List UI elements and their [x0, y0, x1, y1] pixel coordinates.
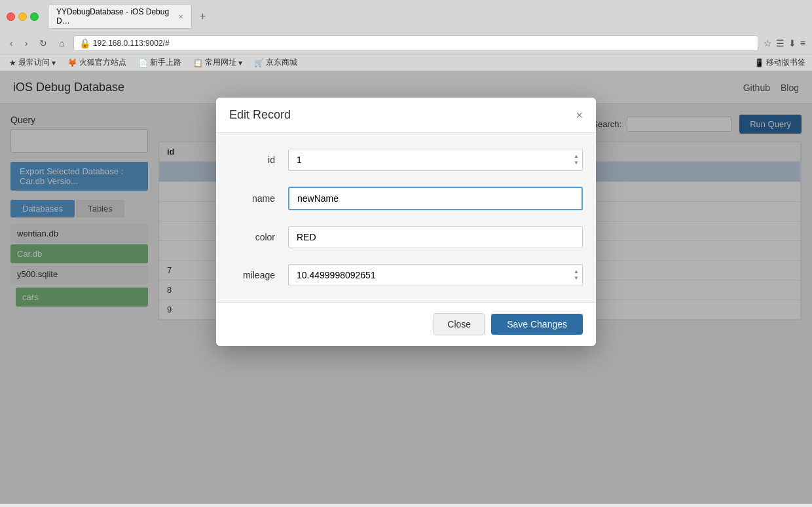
mobile-label: 移动版书签 — [766, 57, 805, 68]
field-label-id: id — [229, 155, 288, 165]
field-id-wrapper[interactable]: ▲ ▼ — [288, 149, 583, 171]
field-label-name: name — [229, 193, 288, 204]
id-spinner-up[interactable]: ▲ — [573, 153, 580, 160]
tab-bar: YYDebugDatabase - iOS Debug D… ✕ + — [48, 4, 805, 29]
mobile-bookmark[interactable]: 📱 移动版书签 — [754, 57, 805, 68]
modal-close-button[interactable]: × — [576, 109, 583, 121]
modal-footer: Close Save Changes — [216, 302, 596, 346]
bookmark-label: 京东商城 — [266, 57, 297, 68]
back-button[interactable]: ‹ — [7, 37, 16, 50]
new-tab-button[interactable]: + — [196, 9, 210, 24]
bookmark-icon: 🛒 — [254, 58, 264, 67]
download-icon[interactable]: ⬇ — [788, 38, 796, 48]
lock-icon: 🔒 — [79, 38, 90, 48]
tab-title: YYDebugDatabase - iOS Debug D… — [56, 7, 174, 26]
bookmark-label: 新手上路 — [150, 57, 181, 68]
field-name-input[interactable] — [288, 187, 583, 210]
refresh-button[interactable]: ↻ — [36, 37, 50, 50]
field-id-input[interactable] — [297, 155, 566, 165]
bookmark-icon: 📋 — [193, 58, 203, 67]
mobile-icon: 📱 — [754, 58, 764, 67]
form-group-name: name — [229, 187, 583, 210]
bookmark-most-visited[interactable]: ★ 最常访问 ▾ — [7, 56, 58, 69]
form-group-mileage: mileage ▲ ▼ — [229, 264, 583, 286]
nav-bar: ‹ › ↻ ⌂ 🔒 192.168.0.113:9002/# ☆ ☰ ⬇ ≡ — [0, 33, 812, 54]
bookmark-icon: 📄 — [138, 58, 148, 67]
field-mileage-input[interactable] — [297, 270, 566, 280]
maximize-traffic-light[interactable] — [30, 12, 39, 21]
browser-tab[interactable]: YYDebugDatabase - iOS Debug D… ✕ — [48, 4, 192, 29]
modal-body: id ▲ ▼ name color — [216, 133, 596, 302]
bookmark-common[interactable]: 📋 常用网址 ▾ — [191, 56, 245, 69]
bookmark-icon: 🦊 — [67, 58, 77, 67]
home-button[interactable]: ⌂ — [56, 37, 67, 50]
forward-button[interactable]: › — [22, 37, 31, 50]
close-button[interactable]: Close — [434, 313, 485, 335]
bookmark-newuser[interactable]: 📄 新手上路 — [136, 56, 184, 69]
bookmark-label: 常用网址 — [205, 57, 236, 68]
modal-overlay: Edit Record × id ▲ ▼ nam — [0, 71, 812, 504]
minimize-traffic-light[interactable] — [18, 12, 27, 21]
page-content: iOS Debug Database Github Blog Query Exp… — [0, 71, 812, 504]
tab-close-icon[interactable]: ✕ — [178, 13, 183, 20]
modal-header: Edit Record × — [216, 98, 596, 133]
edit-record-modal: Edit Record × id ▲ ▼ nam — [216, 98, 596, 346]
reader-icon[interactable]: ☰ — [776, 38, 784, 48]
bookmark-firefox[interactable]: 🦊 火狐官方站点 — [65, 56, 129, 69]
menu-icon[interactable]: ≡ — [800, 38, 805, 48]
bookmark-label: 火狐官方站点 — [79, 57, 126, 68]
traffic-lights — [7, 12, 39, 21]
field-label-mileage: mileage — [229, 270, 288, 280]
address-bar[interactable]: 🔒 192.168.0.113:9002/# — [73, 35, 758, 51]
id-spinner-down[interactable]: ▼ — [573, 160, 580, 166]
modal-title: Edit Record — [229, 108, 291, 122]
bookmark-star-icon[interactable]: ☆ — [764, 38, 772, 48]
nav-icons: ☆ ☰ ⬇ ≡ — [764, 38, 805, 48]
save-changes-button[interactable]: Save Changes — [491, 314, 583, 335]
mileage-spinner-down[interactable]: ▼ — [573, 275, 580, 282]
chevron-down-icon: ▾ — [52, 58, 56, 67]
chevron-down-icon: ▾ — [238, 58, 242, 67]
address-text: 192.168.0.113:9002/# — [93, 39, 752, 48]
bookmarks-bar: ★ 最常访问 ▾ 🦊 火狐官方站点 📄 新手上路 📋 常用网址 ▾ 🛒 京东商城… — [0, 54, 812, 71]
browser-chrome: YYDebugDatabase - iOS Debug D… ✕ + ‹ › ↻… — [0, 0, 812, 71]
form-group-id: id ▲ ▼ — [229, 149, 583, 171]
field-label-color: color — [229, 232, 288, 242]
id-spinners: ▲ ▼ — [573, 153, 580, 166]
titlebar: YYDebugDatabase - iOS Debug D… ✕ + — [0, 0, 812, 33]
mileage-spinners: ▲ ▼ — [573, 269, 580, 282]
bookmark-label: 最常访问 — [18, 57, 50, 68]
close-traffic-light[interactable] — [7, 12, 15, 21]
field-color-input[interactable] — [288, 226, 583, 248]
bookmark-jd[interactable]: 🛒 京东商城 — [251, 56, 300, 69]
field-mileage-wrapper[interactable]: ▲ ▼ — [288, 264, 583, 286]
mileage-spinner-up[interactable]: ▲ — [573, 269, 580, 275]
bookmark-icon: ★ — [9, 58, 16, 67]
form-group-color: color — [229, 226, 583, 248]
